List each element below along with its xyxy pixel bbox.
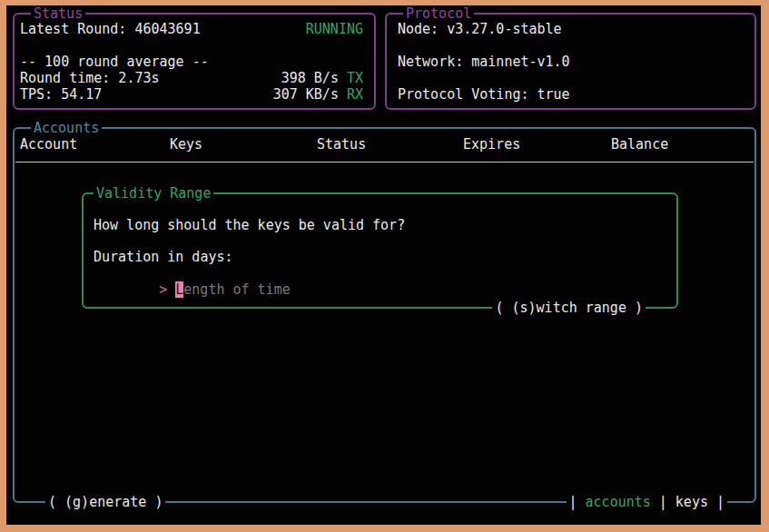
tab-keys[interactable]: keys xyxy=(675,494,708,510)
tab-separator: | xyxy=(569,494,577,510)
validity-range-title: Validity Range xyxy=(94,185,213,202)
column-header-balance: Balance xyxy=(611,136,668,153)
round-average-header: -- 100 round average -- xyxy=(20,54,209,70)
tx-rate-value: 398 B/s xyxy=(281,70,339,86)
tab-separator: | xyxy=(659,494,667,510)
generate-button[interactable]: ( (g)enerate ) xyxy=(45,494,165,510)
terminal-screen: Status Latest Round: 46043691 RUNNING --… xyxy=(6,5,761,525)
status-panel: Status Latest Round: 46043691 RUNNING --… xyxy=(13,13,376,110)
status-panel-title: Status xyxy=(31,5,85,22)
protocol-panel: Protocol Node: v3.27.0-stable Network: m… xyxy=(385,13,756,110)
validity-question: How long should the keys be valid for? xyxy=(94,217,405,233)
column-header-expires: Expires xyxy=(463,136,520,153)
protocol-voting: Protocol Voting: true xyxy=(398,86,570,103)
status-row-latest-round: Latest Round: 46043691 RUNNING xyxy=(20,21,363,37)
view-tabs: | accounts | keys | xyxy=(567,494,727,510)
tps-value: TPS: 54.17 xyxy=(20,86,102,103)
node-state-badge: RUNNING xyxy=(306,21,363,37)
node-version: Node: v3.27.0-stable xyxy=(398,21,562,37)
round-time-value: Round time: 2.73s xyxy=(20,70,160,86)
input-prompt: > xyxy=(159,281,167,298)
accounts-table-header: Account Keys Status Expires Balance xyxy=(20,136,749,153)
column-header-status: Status xyxy=(317,136,366,153)
duration-label: Duration in days: xyxy=(94,249,233,265)
switch-range-button[interactable]: ( (s)witch range ) xyxy=(492,300,646,316)
network-name: Network: mainnet-v1.0 xyxy=(398,54,570,70)
duration-input[interactable]: >Length of time xyxy=(94,265,291,281)
protocol-panel-title: Protocol xyxy=(403,5,474,22)
column-header-account: Account xyxy=(20,136,77,153)
tab-accounts[interactable]: accounts xyxy=(586,494,651,510)
latest-round-value: Latest Round: 46043691 xyxy=(20,21,201,37)
validity-range-dialog: Validity Range How long should the keys … xyxy=(82,192,678,309)
rx-rate-label: RX xyxy=(347,86,363,103)
table-header-divider xyxy=(15,162,754,163)
accounts-panel-title: Accounts xyxy=(31,120,102,136)
text-cursor: L xyxy=(175,281,183,298)
tx-rate-label: TX xyxy=(347,70,363,86)
terminal-window: { "colors": { "frame": "#dd9a6a", "backg… xyxy=(0,0,769,532)
status-row-round-time: Round time: 2.73s 398 B/s TX xyxy=(20,70,363,86)
rx-rate-value: 307 KB/s xyxy=(273,86,339,103)
input-placeholder: ength of time xyxy=(183,281,290,298)
column-header-keys: Keys xyxy=(170,136,202,153)
tab-separator: | xyxy=(716,494,725,510)
accounts-panel: Accounts Account Keys Status Expires Bal… xyxy=(13,127,756,503)
status-row-tps: TPS: 54.17 307 KB/s RX xyxy=(20,86,363,103)
status-row-average-header: -- 100 round average -- xyxy=(20,54,363,70)
